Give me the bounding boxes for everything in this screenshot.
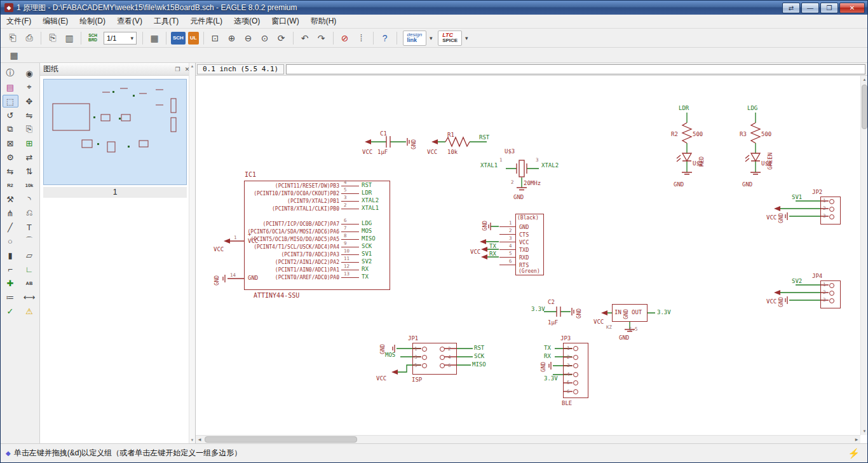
- ulp-icon[interactable]: UL: [188, 32, 199, 45]
- menu-item[interactable]: 工具(T): [148, 14, 184, 29]
- ic1-pin-num: 4: [344, 180, 347, 185]
- mark-icon[interactable]: ⌖: [22, 81, 37, 93]
- redo-button[interactable]: ↷: [314, 31, 329, 46]
- zoom-out-button[interactable]: ⊖: [241, 31, 256, 46]
- dimension-icon[interactable]: ⟷: [22, 291, 37, 303]
- pinswap-icon[interactable]: ⇄: [22, 151, 37, 163]
- junction-icon[interactable]: ✚: [3, 277, 18, 289]
- horizontal-scroll-thumb[interactable]: [205, 436, 357, 443]
- rect-icon[interactable]: ▮: [3, 249, 18, 261]
- undo-button[interactable]: ↶: [297, 31, 313, 46]
- sheets-scrollbar[interactable]: ▲ ▼: [189, 63, 195, 443]
- sheet-thumbnail[interactable]: [43, 79, 187, 185]
- delete-icon[interactable]: ⊠: [3, 137, 18, 149]
- design-link-button[interactable]: design link: [403, 31, 427, 46]
- menu-item[interactable]: 窗口(W): [266, 14, 304, 29]
- rotate-icon[interactable]: ↺: [3, 109, 18, 121]
- net-label: LDR: [362, 190, 372, 196]
- sheets-panel-title: 图纸: [43, 64, 173, 74]
- menu-item[interactable]: 编辑(E): [37, 14, 74, 29]
- net-label: RST: [479, 134, 489, 141]
- show-icon[interactable]: ◉: [22, 67, 37, 79]
- paste-icon[interactable]: ⎘: [22, 123, 37, 135]
- invoke-icon[interactable]: ⎌: [22, 207, 37, 219]
- menu-item[interactable]: 查看(V): [111, 14, 148, 29]
- vertical-scroll-thumb[interactable]: [862, 85, 867, 129]
- errors-icon[interactable]: ⚠: [22, 305, 37, 317]
- zoom-redraw-button[interactable]: ⟳: [274, 31, 289, 46]
- replace-icon[interactable]: ⇆: [3, 165, 18, 177]
- zoom-fit-button[interactable]: ⊡: [208, 31, 223, 46]
- gateswap-icon[interactable]: ⇅: [22, 165, 37, 177]
- window-switch-button[interactable]: ⇄: [782, 3, 800, 13]
- sheet-item-1[interactable]: 1: [43, 187, 187, 198]
- name-icon[interactable]: R2: [3, 179, 18, 191]
- vcc-supply-label: VCC: [362, 149, 372, 155]
- group-icon[interactable]: ⬚: [3, 95, 18, 107]
- jp1-pin-row: 3 4: [413, 354, 456, 362]
- miter-icon[interactable]: ◝: [22, 193, 37, 205]
- maximize-button[interactable]: ❐: [820, 3, 838, 13]
- circle-icon[interactable]: ○: [3, 235, 18, 247]
- gnd-supply-label: GND: [778, 213, 784, 223]
- open-button[interactable]: ⎗: [5, 31, 20, 46]
- design-link-dropdown[interactable]: ▾: [426, 31, 435, 46]
- minimize-button[interactable]: —: [801, 3, 819, 13]
- grid-settings-button[interactable]: ▦: [6, 48, 22, 63]
- scroll-down-icon[interactable]: ▼: [191, 438, 194, 442]
- menu-item[interactable]: 元件库(L): [184, 14, 228, 29]
- polygon-icon[interactable]: ▱: [22, 249, 37, 261]
- sch-window-icon[interactable]: SCH: [171, 32, 186, 45]
- mirror-icon[interactable]: ⇋: [22, 109, 37, 121]
- more-icon[interactable]: ⁞: [354, 31, 369, 46]
- vertical-scrollbar[interactable]: ▲ ▼: [860, 76, 867, 435]
- work-area: 0.1 inch (5.5 4.1): [196, 63, 867, 443]
- ic1-pin-stub: [341, 239, 359, 240]
- zoom-in-button[interactable]: ⊕: [224, 31, 240, 46]
- board-schematic-switch-icon[interactable]: SCH BRD: [85, 31, 101, 46]
- move-icon[interactable]: ✥: [22, 95, 37, 107]
- net-label: MOS: [385, 352, 395, 358]
- attribute-icon[interactable]: ≔: [3, 291, 18, 303]
- grid-button[interactable]: ▦: [147, 31, 162, 46]
- wire-icon[interactable]: ╱: [3, 221, 18, 233]
- erc-icon[interactable]: ✓: [3, 305, 18, 317]
- schematic-canvas[interactable]: IC1 ATTINY44-SSU + VCC 1 GND 14 VCC GND …: [196, 76, 860, 435]
- net-icon[interactable]: ∟: [22, 263, 37, 275]
- add-icon[interactable]: ⊞: [22, 137, 37, 149]
- smash-icon[interactable]: ⚒: [3, 193, 18, 205]
- vcc-supply-label: VCC: [470, 249, 480, 255]
- sheet-selector[interactable]: 1/1 ▾: [104, 32, 137, 45]
- panel-float-icon[interactable]: ❐: [173, 65, 182, 74]
- export-image-button[interactable]: ▥: [62, 31, 77, 46]
- menu-item[interactable]: 选项(O): [228, 14, 266, 29]
- horizontal-scrollbar[interactable]: ◀ ▶: [196, 435, 860, 443]
- scroll-up-icon[interactable]: ▲: [191, 64, 194, 68]
- bus-icon[interactable]: ⌐: [3, 263, 18, 275]
- display-icon[interactable]: ▤: [3, 81, 18, 93]
- ltspice-dropdown[interactable]: ▾: [462, 31, 471, 46]
- command-input[interactable]: [286, 64, 865, 74]
- scroll-up-icon[interactable]: ▲: [861, 76, 868, 83]
- print-button[interactable]: ⎘: [45, 31, 60, 46]
- change-icon[interactable]: ⚙: [3, 151, 18, 163]
- help-button[interactable]: ?: [377, 31, 393, 46]
- close-button[interactable]: ✕: [839, 3, 865, 13]
- c2-value: 1μF: [548, 319, 558, 326]
- menu-item[interactable]: 绘制(D): [74, 14, 111, 29]
- text-icon[interactable]: T: [22, 221, 37, 233]
- copy-icon[interactable]: ⧉: [3, 123, 18, 135]
- ltspice-button[interactable]: LTC SPICE: [438, 31, 462, 46]
- menu-item[interactable]: 文件(F): [1, 14, 37, 29]
- arc-icon[interactable]: ⌒: [22, 235, 37, 247]
- menu-item[interactable]: 帮助(H): [305, 14, 342, 29]
- scroll-down-icon[interactable]: ▼: [861, 427, 868, 435]
- info-icon[interactable]: ⓘ: [3, 67, 18, 79]
- save-button[interactable]: ⎙: [22, 31, 37, 46]
- value-icon[interactable]: 10k: [22, 179, 37, 191]
- status-bullet-icon: ◆: [6, 450, 11, 457]
- zoom-select-button[interactable]: ⊙: [257, 31, 273, 46]
- stop-button[interactable]: ⊘: [337, 31, 353, 46]
- label-icon[interactable]: AB: [22, 277, 37, 289]
- split-icon[interactable]: ⋔: [3, 207, 18, 219]
